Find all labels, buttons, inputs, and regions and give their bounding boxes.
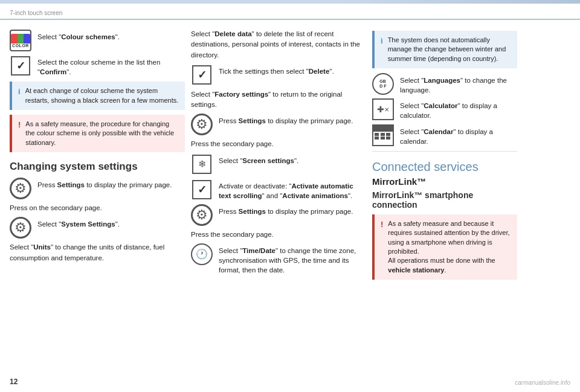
settings-press-label-mid: Press Settings to display the primary pa… <box>219 114 353 126</box>
connected-title: Connected services <box>372 160 517 174</box>
divider <box>372 151 517 152</box>
info-icon: i <box>18 86 21 105</box>
calendar-label: Select "Calendar" to display a calendar. <box>400 124 517 146</box>
info-box-system-time: i The system does not automatically mana… <box>372 31 517 68</box>
color-icon: COLOR <box>10 30 31 51</box>
colour-confirm-row: Select the colour scheme in the list the… <box>10 55 185 77</box>
watermark: carmanualsoline.info <box>515 379 570 386</box>
page-header: 7-inch touch screen <box>0 5 580 20</box>
colour-scheme-label: Select "Colour schemes". <box>37 30 120 42</box>
page-number: 12 <box>10 378 18 386</box>
calculator-icon: ✚✕ <box>372 98 394 120</box>
calculator-row: ✚✕ Select "Calculator" to display a calc… <box>372 98 517 120</box>
settings-press-label-mid-2: Press Settings to display the primary pa… <box>219 204 353 216</box>
header-title: 7-inch touch screen <box>10 10 62 16</box>
tick-delete-row: Tick the settings then select "Delete". <box>191 64 366 86</box>
gear-icon-left <box>10 178 31 199</box>
colour-scheme-row: COLOR Select "Colour schemes". <box>10 30 185 51</box>
info-box-colour: i At each change of colour scheme the sy… <box>10 82 185 110</box>
factory-settings-label: Select "Factory settings" to return to t… <box>191 89 366 111</box>
screen-settings-row: ❄ Select "Screen settings". <box>191 153 366 175</box>
screen-settings-label: Select "Screen settings". <box>219 153 298 165</box>
gear-icon-mid <box>191 114 213 135</box>
system-settings-label: Select "System Settings". <box>37 217 120 229</box>
secondary-page-mid-1: Press the secondary page. <box>191 139 366 149</box>
colour-confirm-label: Select the colour scheme in the list the… <box>37 55 185 77</box>
section-title-system: Changing system settings <box>10 161 185 173</box>
calendar-icon <box>372 124 394 146</box>
mid-column: Select "Delete data" to delete the list … <box>191 26 366 284</box>
warn-icon-mirrorlink: ! <box>381 219 383 275</box>
calendar-row: Select "Calendar" to display a calendar. <box>372 124 517 146</box>
mirrorlink-sub: MirrorLink™ smartphone connection <box>372 190 517 210</box>
activate-row: Activate or deactivate: "Activate automa… <box>191 179 366 201</box>
timedate-label: Select "Time/Date" to change the time zo… <box>219 243 366 275</box>
timedate-icon: 🕐 <box>191 243 213 265</box>
calculator-label: Select "Calculator" to display a calcula… <box>400 98 517 120</box>
gear-icon-mid-2 <box>191 204 213 226</box>
warn-box-colour: ! As a safety measure, the procedure for… <box>10 115 185 152</box>
checkmark-icon <box>10 55 31 77</box>
settings-press-label-left: Press Settings to display the primary pa… <box>37 178 172 190</box>
system-time-info: The system does not automatically manage… <box>388 36 511 63</box>
timedate-row: 🕐 Select "Time/Date" to change the time … <box>191 243 366 275</box>
system-settings-row: Select "System Settings". <box>10 217 185 239</box>
secondary-page-left: Press on the secondary page. <box>10 203 185 213</box>
info-text-colour: At each change of colour scheme the syst… <box>25 86 179 105</box>
units-label: Select "Units" to change the units of di… <box>10 242 185 263</box>
languages-icon: GBD F <box>372 73 394 95</box>
info-icon-time: i <box>381 36 383 63</box>
settings-press-row-mid-2: Press Settings to display the primary pa… <box>191 204 366 226</box>
activate-label: Activate or deactivate: "Activate automa… <box>219 179 366 201</box>
safety-warn-text: As a safety measure and because it requi… <box>388 219 511 275</box>
left-column: COLOR Select "Colour schemes". Select th… <box>10 26 185 284</box>
warn-icon: ! <box>18 120 21 147</box>
tick-delete-label: Tick the settings then select "Delete". <box>219 64 334 76</box>
settings-press-row-left: Press Settings to display the primary pa… <box>10 178 185 199</box>
screen-settings-icon: ❄ <box>191 153 213 175</box>
warn-box-mirrorlink: ! As a safety measure and because it req… <box>372 214 517 280</box>
right-column: i The system does not automatically mana… <box>372 26 517 284</box>
gear-icon-system <box>10 217 31 239</box>
tick-icon <box>191 64 213 86</box>
activate-icon <box>191 179 213 201</box>
settings-press-row-mid: Press Settings to display the primary pa… <box>191 114 366 135</box>
warn-text-colour: As a safety measure, the procedure for c… <box>25 120 179 147</box>
languages-label: Select "Languages" to change the languag… <box>400 73 517 95</box>
secondary-page-mid-2: Press the secondary page. <box>191 230 366 240</box>
delete-data-label: Select "Delete data" to delete the list … <box>191 29 366 60</box>
languages-row: GBD F Select "Languages" to change the l… <box>372 73 517 95</box>
mirrorlink-title: MirrorLink™ <box>372 176 517 187</box>
